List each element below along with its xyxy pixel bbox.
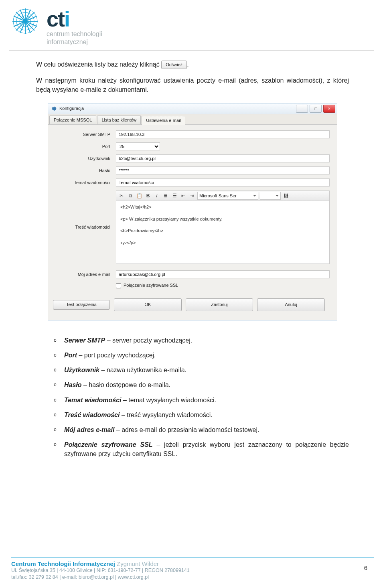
body-line-2: <p> W załączniku przesyłamy wszystkie do…	[120, 216, 325, 222]
user-input[interactable]	[116, 154, 330, 162]
pass-input[interactable]	[116, 166, 330, 174]
label-pass: Hasło	[48, 168, 116, 174]
port-select[interactable]: 25	[116, 142, 160, 150]
ok-button[interactable]: OK	[114, 298, 182, 311]
footer-company: Centrum Technologii Informatycznej Zygmu…	[11, 560, 374, 567]
ssl-checkbox[interactable]	[116, 283, 121, 288]
myemail-input[interactable]	[116, 270, 330, 278]
window-titlebar: Konfiguracja ─ ▢ ✕	[48, 103, 337, 114]
paragraph-1: W celu odświeżenia listy baz należy klik…	[36, 60, 349, 69]
tab-email[interactable]: Ustawienia e-mail	[142, 116, 185, 125]
body-line-3: <b>Pozdrawiamy</b>	[120, 228, 325, 234]
smtp-input[interactable]	[116, 130, 330, 138]
cancel-button[interactable]: Anuluj	[257, 298, 325, 311]
bold-icon[interactable]: B	[144, 192, 152, 199]
desc-user: Użytkownik – nazwa użytkownika e-maila.	[64, 365, 349, 375]
desc-smtp: Serwer SMTP – serwer poczty wychodzącej.	[64, 336, 349, 345]
tab-clients[interactable]: Lista baz klientów	[97, 116, 141, 124]
logo-subtitle-2: informatycznej	[47, 39, 102, 46]
label-user: Użytkownik	[48, 156, 116, 162]
tab-mssql[interactable]: Połączenie MSSQL	[49, 116, 96, 124]
footer-address: Ul. Świętojańska 35 | 44-100 Gliwice | N…	[11, 567, 374, 574]
page-number: 6	[364, 564, 367, 571]
minimize-button[interactable]: ─	[296, 105, 308, 113]
logo-subtitle-1: centrum technologii	[47, 30, 102, 38]
desc-myemail: Mój adres e-mail – adres e-mail do przes…	[64, 425, 349, 434]
logo-mark-icon	[11, 7, 39, 35]
outdent-icon[interactable]: ⇤	[180, 192, 187, 199]
config-window: Konfiguracja ─ ▢ ✕ Połączenie MSSQL List…	[48, 103, 337, 320]
logo-text: cti centrum technologii informatycznej	[47, 8, 102, 46]
font-select[interactable]: Microsoft Sans Ser	[197, 192, 258, 200]
paragraph-2: W następnym kroku należy skonfigurować u…	[36, 76, 349, 94]
desc-ssl: Połączenie szyfrowane SSL – jeżeli przyc…	[64, 440, 349, 458]
close-button[interactable]: ✕	[323, 105, 335, 113]
para1-prefix: W celu odświeżenia listy baz należy klik…	[36, 61, 161, 68]
label-body: Treść wiadomości	[48, 224, 116, 230]
footer-contact: tel./fax: 32 279 02 84 | e-mail: biuro@c…	[11, 574, 374, 581]
para1-suffix: .	[187, 61, 188, 68]
apply-button[interactable]: Zastosuj	[186, 298, 253, 311]
editor-toolbar: ✂ ⧉ 📋 B I ≣ ☰ ⇤ ⇥ Microsoft Sans Ser	[116, 191, 329, 201]
body-line-1: <h2>Witaj</h2>	[120, 204, 325, 210]
copy-icon[interactable]: ⧉	[127, 192, 134, 199]
body-line-4: xyz</p>	[120, 240, 325, 246]
desc-port: Port – port poczty wychodzącej.	[64, 351, 349, 360]
ssl-label: Połączenie szyfrowane SSL	[124, 282, 178, 288]
label-myemail: Mój adres e-mail	[48, 272, 116, 278]
maximize-button[interactable]: ▢	[310, 105, 322, 113]
header-logo: cti centrum technologii informatycznej	[0, 0, 385, 49]
description-list: oSerwer SMTP – serwer poczty wychodzącej…	[54, 336, 349, 459]
ol-icon[interactable]: ≣	[162, 192, 169, 199]
italic-icon[interactable]: I	[153, 192, 160, 199]
paste-icon[interactable]: 📋	[136, 192, 143, 199]
button-row: Test połączenia OK Zastosuj Anuluj	[48, 293, 330, 314]
page-footer: Centrum Technologii Informatycznej Zygmu…	[0, 558, 385, 581]
tab-bar: Połączenie MSSQL Lista baz klientów Usta…	[48, 114, 337, 125]
logo-wordmark: cti	[47, 8, 102, 30]
label-subject: Temat wiadomości	[48, 180, 116, 186]
gear-icon	[51, 106, 57, 112]
font-size-select[interactable]	[260, 192, 281, 200]
subject-input[interactable]	[116, 178, 330, 187]
refresh-button-inline: Odśwież	[161, 61, 187, 69]
footer-divider	[11, 558, 374, 558]
desc-subject: Temat wiadomości – temat wysyłanych wiad…	[64, 395, 349, 405]
indent-icon[interactable]: ⇥	[188, 192, 196, 199]
cut-icon[interactable]: ✂	[118, 192, 125, 199]
window-title: Konfiguracja	[59, 105, 296, 112]
form-area: Serwer SMTP Port 25 Użytkownik Hasło Tem…	[48, 125, 337, 320]
test-connection-button[interactable]: Test połączenia	[53, 300, 110, 310]
label-smtp: Serwer SMTP	[48, 132, 116, 138]
desc-body: Treść wiadomości – treść wysyłanych wiad…	[64, 410, 349, 420]
desc-pass: Hasło – hasło dostępowe do e-maila.	[64, 380, 349, 389]
rich-text-editor: ✂ ⧉ 📋 B I ≣ ☰ ⇤ ⇥ Microsoft Sans Ser	[116, 191, 330, 264]
ul-icon[interactable]: ☰	[171, 192, 178, 199]
label-port: Port	[48, 144, 116, 150]
image-icon[interactable]: 🖼	[282, 192, 290, 199]
editor-body[interactable]: <h2>Witaj</h2> <p> W załączniku przesyła…	[116, 201, 329, 264]
